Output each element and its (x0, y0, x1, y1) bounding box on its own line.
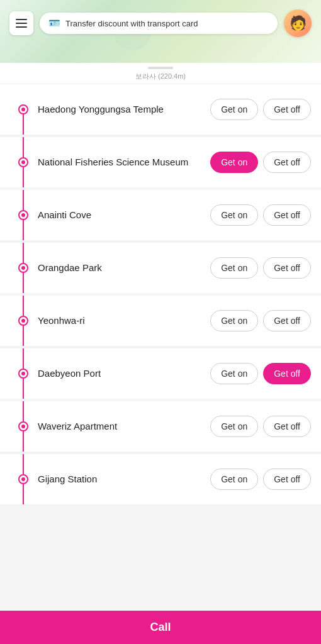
map-area: 🪪 Transfer discount with transport card … (0, 0, 321, 63)
get-off-button-08[interactable]: Get off (263, 416, 311, 437)
stop-dot-03 (18, 157, 28, 167)
stop-dot-04 (18, 210, 28, 220)
menu-button[interactable] (9, 11, 33, 35)
stop-item-03: National Fisheries Science MuseumGet onG… (0, 137, 321, 187)
stop-actions-05: Get onGet off (210, 257, 311, 279)
stop-name-08: Waveriz Apartment (38, 420, 210, 433)
stop-item-06: Yeonhwa-riGet onGet off (0, 296, 321, 346)
stop-dot-inner (21, 266, 25, 270)
get-off-button-05[interactable]: Get off (263, 257, 311, 279)
get-on-button-09[interactable]: Get on (210, 469, 258, 490)
stop-dot-05 (18, 263, 28, 273)
stop-actions-02: Get onGet off (210, 99, 311, 120)
stop-actions-08: Get onGet off (210, 416, 311, 437)
stop-name-03: National Fisheries Science Museum (38, 156, 210, 169)
route-list: Haedong Yonggungsa TempleGet onGet offNa… (0, 84, 321, 551)
stop-item-05: Orangdae ParkGet onGet off (0, 243, 321, 293)
stop-item-04: Anainti CoveGet onGet off (0, 190, 321, 240)
scroll-handle-bar (148, 67, 173, 69)
stop-actions-03: Get onGet off (210, 152, 311, 173)
stop-dot-inner (21, 372, 25, 375)
get-on-button-07[interactable]: Get on (210, 363, 258, 384)
call-button[interactable]: Call (0, 611, 321, 644)
avatar: 🧑 (284, 9, 312, 37)
top-bar: 🪪 Transfer discount with transport card … (9, 9, 312, 37)
stop-dot-inner (21, 477, 25, 481)
get-off-button-02[interactable]: Get off (263, 99, 311, 120)
stop-name-05: Orangdae Park (38, 262, 210, 274)
get-on-button-04[interactable]: Get on (210, 204, 258, 226)
get-off-button-06[interactable]: Get off (263, 310, 311, 331)
get-on-button-03[interactable]: Get on (210, 152, 258, 173)
transfer-banner: 🪪 Transfer discount with transport card (40, 13, 278, 34)
stop-dot-inner (21, 160, 25, 164)
hamburger-icon (16, 19, 27, 28)
stop-dot-inner (21, 319, 25, 323)
stop-dot-08 (18, 421, 28, 431)
stop-name-02: Haedong Yonggungsa Temple (38, 103, 210, 116)
stop-dot-09 (18, 474, 28, 484)
scroll-handle-area (0, 63, 321, 70)
stop-dot-inner (21, 213, 25, 217)
stop-name-09: Gijang Station (38, 473, 210, 486)
get-on-button-08[interactable]: Get on (210, 416, 258, 437)
get-on-button-05[interactable]: Get on (210, 257, 258, 279)
stop-item-02: Haedong Yonggungsa TempleGet onGet off (0, 84, 321, 135)
stop-dot-07 (18, 369, 28, 379)
stop-dot-02 (18, 104, 28, 114)
stop-dot-06 (18, 316, 28, 326)
get-off-button-09[interactable]: Get off (263, 469, 311, 490)
stop-item-09: Gijang StationGet onGet off (0, 454, 321, 504)
get-on-button-02[interactable]: Get on (210, 99, 258, 120)
stop-item-08: Waveriz ApartmentGet onGet off (0, 401, 321, 452)
transfer-text: Transfer discount with transport card (65, 19, 198, 28)
stop-dot-inner (21, 108, 25, 111)
get-off-button-04[interactable]: Get off (263, 204, 311, 226)
stop-name-07: Daebyeon Port (38, 367, 210, 380)
stop-item-07: Daebyeon PortGet onGet off (0, 348, 321, 399)
stop-actions-06: Get onGet off (210, 310, 311, 331)
get-off-button-03[interactable]: Get off (263, 152, 311, 173)
stop-name-04: Anainti Cove (38, 209, 210, 221)
get-on-button-06[interactable]: Get on (210, 310, 258, 331)
stop-dot-inner (21, 425, 25, 428)
sub-info: 보라사 (220.4m) (0, 70, 321, 84)
stop-actions-09: Get onGet off (210, 469, 311, 490)
get-off-button-07[interactable]: Get off (263, 363, 311, 384)
stop-actions-07: Get onGet off (210, 363, 311, 384)
stop-name-06: Yeonhwa-ri (38, 314, 210, 327)
avatar-emoji: 🧑 (290, 15, 307, 31)
card-icon: 🪪 (48, 18, 60, 29)
stop-actions-04: Get onGet off (210, 204, 311, 226)
